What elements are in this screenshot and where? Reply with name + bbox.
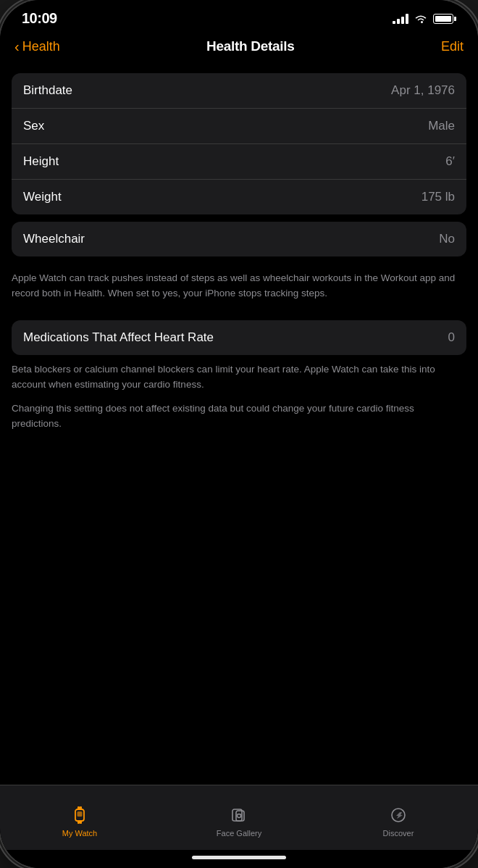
page-title: Health Details: [206, 38, 294, 54]
home-bar: [192, 856, 286, 859]
svg-rect-4: [77, 821, 80, 824]
medications-section: Medications That Affect Heart Rate 0: [12, 320, 466, 355]
wheelchair-description: Apple Watch can track pushes instead of …: [0, 264, 478, 313]
wheelchair-label: Wheelchair: [23, 232, 85, 246]
tab-my-watch[interactable]: My Watch: [0, 804, 159, 838]
weight-row[interactable]: Weight 175 lb: [12, 180, 466, 214]
medications-description-1: Beta blockers or calcium channel blocker…: [0, 362, 478, 401]
weight-label: Weight: [23, 190, 62, 204]
svg-rect-1: [77, 811, 83, 817]
back-button[interactable]: ‹ Health: [14, 39, 60, 54]
my-watch-icon: [69, 804, 91, 826]
sex-label: Sex: [23, 119, 44, 133]
status-icons: [393, 14, 456, 24]
tab-face-gallery[interactable]: Face Gallery: [159, 804, 319, 838]
medications-label: Medications That Affect Heart Rate: [23, 330, 214, 345]
battery-icon: [433, 14, 456, 24]
birthdate-row[interactable]: Birthdate Apr 1, 1976: [12, 73, 466, 109]
medications-row[interactable]: Medications That Affect Heart Rate 0: [12, 320, 466, 355]
phone-frame: 10:09 ‹: [0, 0, 478, 868]
svg-point-8: [238, 814, 241, 817]
tab-bar: My Watch Face Gallery: [0, 785, 478, 850]
discover-tab-label: Discover: [383, 829, 414, 838]
personal-info-section: Birthdate Apr 1, 1976 Sex Male Height 6′…: [12, 73, 466, 214]
medications-description-2: Changing this setting does not affect ex…: [0, 401, 478, 441]
svg-rect-5: [80, 821, 82, 824]
svg-rect-2: [77, 806, 80, 809]
svg-rect-3: [80, 806, 82, 809]
tab-discover[interactable]: Discover: [319, 804, 478, 838]
chevron-left-icon: ‹: [14, 39, 20, 54]
height-value: 6′: [445, 154, 455, 169]
medications-value: 0: [448, 330, 455, 345]
face-gallery-icon: [228, 804, 250, 826]
back-label: Health: [22, 39, 60, 54]
signal-icon: [393, 14, 408, 24]
wheelchair-row[interactable]: Wheelchair No: [12, 222, 466, 256]
svg-marker-10: [396, 812, 403, 819]
nav-header: ‹ Health Health Details Edit: [0, 33, 478, 66]
dynamic-island: [196, 9, 282, 35]
home-indicator: [0, 850, 478, 868]
discover-icon: [387, 804, 409, 826]
content-scroll[interactable]: Birthdate Apr 1, 1976 Sex Male Height 6′…: [0, 66, 478, 785]
height-row[interactable]: Height 6′: [12, 144, 466, 180]
wheelchair-value: No: [439, 232, 455, 246]
weight-value: 175 lb: [422, 190, 455, 204]
sex-row[interactable]: Sex Male: [12, 109, 466, 144]
wheelchair-section: Wheelchair No: [12, 222, 466, 256]
height-label: Height: [23, 154, 59, 169]
status-time: 10:09: [22, 10, 57, 27]
birthdate-label: Birthdate: [23, 83, 72, 98]
face-gallery-tab-label: Face Gallery: [217, 829, 261, 838]
sex-value: Male: [428, 119, 455, 133]
screen: 10:09 ‹: [0, 0, 478, 868]
wifi-icon: [414, 14, 427, 24]
edit-button[interactable]: Edit: [441, 39, 464, 54]
birthdate-value: Apr 1, 1976: [391, 83, 455, 98]
my-watch-tab-label: My Watch: [62, 829, 98, 838]
